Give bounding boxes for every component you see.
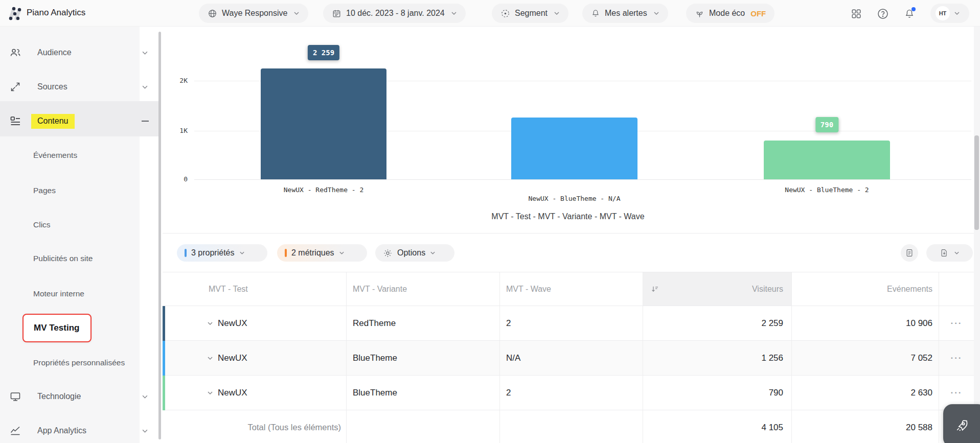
table-row[interactable]: NewUX BlueTheme N/A 1 256 7 052 ··· xyxy=(163,341,974,376)
chevron-down-icon xyxy=(293,11,300,15)
chevron-down-icon xyxy=(339,251,345,255)
notification-badge xyxy=(911,7,916,11)
people-icon xyxy=(9,46,21,59)
avatar: HT xyxy=(936,6,950,20)
sidebar-item-label-highlighted: Contenu xyxy=(31,114,75,129)
bar-value-label: 2 259 xyxy=(308,45,339,60)
cell-mvt-wave: 2 xyxy=(499,376,643,410)
section-divider xyxy=(163,233,974,234)
document-icon xyxy=(905,248,914,258)
chart-axis-title: MVT - Test - MVT - Variante - MVT - Wave xyxy=(194,212,942,221)
sidebar-item-technologie[interactable]: Technologie xyxy=(0,390,159,403)
column-header-visiteurs-sorted[interactable]: Visiteurs xyxy=(643,272,791,306)
column-header-label: Visiteurs xyxy=(752,285,783,294)
main-scrollbar-thumb[interactable] xyxy=(974,135,979,230)
assistant-rocket-button[interactable] xyxy=(943,404,980,443)
apps-grid-button[interactable] xyxy=(850,7,863,20)
sidebar-item-moteur-interne[interactable]: Moteur interne xyxy=(0,288,159,300)
properties-dropdown-label: 3 propriétés xyxy=(191,248,235,258)
metrics-dropdown[interactable]: 2 métriques xyxy=(277,244,367,262)
my-alerts-label: Mes alertes xyxy=(605,9,647,18)
chevron-down-icon xyxy=(451,11,457,15)
line-chart-icon xyxy=(9,425,21,437)
options-dropdown[interactable]: Options xyxy=(375,244,454,262)
sidebar-item-label: App Analytics xyxy=(37,426,86,435)
bell-icon xyxy=(591,9,600,18)
row-menu-button[interactable]: ··· xyxy=(951,353,963,363)
sidebar-scrollbar[interactable] xyxy=(158,32,161,439)
sidebar-item-audience[interactable]: Audience xyxy=(0,46,159,59)
monitor-icon xyxy=(9,390,21,403)
chevron-down-icon xyxy=(142,51,148,55)
chevron-down-icon xyxy=(142,85,148,89)
sidebar-item-sources[interactable]: Sources xyxy=(0,81,159,93)
sidebar-item-proprietes-personnalisees[interactable]: Propriétés personnalisées xyxy=(0,357,159,369)
sidebar-item-evenements[interactable]: Événements xyxy=(0,149,159,161)
chevron-down-icon xyxy=(430,251,436,255)
total-empty-cell xyxy=(499,410,643,443)
row-expand-chevron-icon[interactable] xyxy=(207,356,213,360)
sidebar-item-pages[interactable]: Pages xyxy=(0,184,159,197)
segment-label: Segment xyxy=(515,9,548,18)
metrics-color-bar-icon xyxy=(285,249,287,257)
table-row[interactable]: NewUX RedTheme 2 2 259 10 906 ··· xyxy=(163,306,974,341)
total-evenements: 20 588 xyxy=(791,410,939,443)
sort-descending-icon[interactable] xyxy=(650,285,659,294)
sidebar-item-mv-testing[interactable]: MV Testing xyxy=(22,314,92,342)
download-file-icon xyxy=(940,248,949,258)
cell-mvt-test: NewUX xyxy=(218,388,247,398)
cell-evenements: 2 630 xyxy=(791,376,939,410)
arrows-exchange-icon xyxy=(9,81,21,93)
chevron-down-icon xyxy=(954,11,960,15)
options-dropdown-label: Options xyxy=(397,248,425,258)
row-accent-bar xyxy=(163,306,165,341)
sidebar-item-app-analytics[interactable]: App Analytics xyxy=(0,425,159,437)
user-menu[interactable]: HT xyxy=(930,4,969,23)
table-row[interactable]: NewUX BlueTheme 2 790 2 630 ··· xyxy=(163,376,974,410)
row-menu-button[interactable]: ··· xyxy=(951,318,963,329)
eco-mode-label: Mode éco xyxy=(709,9,745,18)
cell-evenements: 7 052 xyxy=(791,341,939,375)
chart-bar-2[interactable] xyxy=(511,118,637,179)
eco-mode-toggle[interactable]: Mode éco OFF xyxy=(686,4,774,23)
chart-bar-3[interactable] xyxy=(764,141,890,179)
column-header-mvt-wave[interactable]: MVT - Wave xyxy=(499,272,643,306)
my-alerts-button[interactable]: Mes alertes xyxy=(582,4,668,23)
main-scrollbar[interactable] xyxy=(974,27,980,443)
notifications-button[interactable] xyxy=(903,7,916,20)
row-expand-chevron-icon[interactable] xyxy=(207,321,213,325)
leaf-icon xyxy=(695,9,704,18)
collapse-minus-icon[interactable] xyxy=(142,121,149,122)
help-button[interactable] xyxy=(876,7,890,20)
cell-mvt-variante: RedTheme xyxy=(346,306,499,340)
column-header-mvt-test[interactable]: MVT - Test xyxy=(163,272,346,306)
content-list-icon xyxy=(9,115,21,127)
report-summary-button[interactable] xyxy=(901,244,918,262)
rocket-icon xyxy=(954,418,969,433)
sidebar-item-contenu[interactable]: Contenu xyxy=(0,115,159,127)
segment-target-icon xyxy=(500,9,510,18)
sidebar-item-clics[interactable]: Clics xyxy=(0,219,159,231)
row-accent-bar xyxy=(163,376,165,410)
column-header-mvt-variante[interactable]: MVT - Variante xyxy=(346,272,499,306)
column-header-evenements[interactable]: Evénements xyxy=(791,272,939,306)
sidebar-item-publicites-on-site[interactable]: Publicités on site xyxy=(0,252,159,265)
export-button[interactable] xyxy=(926,244,973,262)
cell-mvt-wave: 2 xyxy=(499,306,643,340)
chart-bar-1[interactable] xyxy=(261,68,386,179)
chevron-down-icon xyxy=(554,11,560,15)
properties-dropdown[interactable]: 3 propriétés xyxy=(177,244,267,262)
segment-selector[interactable]: Segment xyxy=(492,4,568,23)
row-menu-button[interactable]: ··· xyxy=(951,388,963,398)
bar-value-label: 790 xyxy=(815,117,838,132)
column-header-actions xyxy=(939,272,974,306)
site-selector[interactable]: Waye Responsive xyxy=(199,4,308,23)
mvt-data-table: MVT - Test MVT - Variante MVT - Wave Vis… xyxy=(163,272,974,443)
total-empty-cell xyxy=(346,410,499,443)
sidebar-item-label: Sources xyxy=(37,82,67,91)
date-range-picker[interactable]: 10 déc. 2023 - 8 janv. 2024 xyxy=(323,4,466,23)
row-expand-chevron-icon[interactable] xyxy=(207,391,213,395)
eco-mode-state: OFF xyxy=(750,9,766,18)
date-range-label: 10 déc. 2023 - 8 janv. 2024 xyxy=(346,9,445,18)
chevron-down-icon xyxy=(142,394,148,399)
